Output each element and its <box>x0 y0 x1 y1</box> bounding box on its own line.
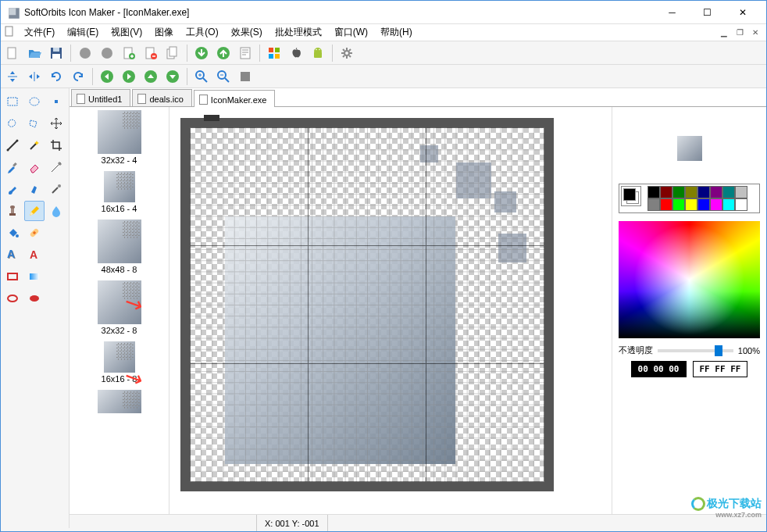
ellipse-tool[interactable] <box>2 288 23 309</box>
swatch[interactable] <box>660 186 672 198</box>
flip-v-icon[interactable] <box>2 66 23 87</box>
save-icon[interactable] <box>46 43 66 63</box>
tab-untitled[interactable]: Untitled1 <box>71 89 130 106</box>
wand-tool[interactable] <box>24 135 45 155</box>
hex-dark[interactable]: 00 00 00 <box>631 361 687 377</box>
menu-effects[interactable]: 效果(S) <box>225 24 269 41</box>
menu-view[interactable]: 视图(V) <box>105 24 148 41</box>
page-text-icon[interactable] <box>235 43 255 63</box>
nav-right-icon[interactable] <box>119 66 139 87</box>
menu-image[interactable]: 图像 <box>148 24 180 41</box>
swatch[interactable] <box>672 186 685 198</box>
new-icon[interactable] <box>2 43 23 63</box>
list-item[interactable] <box>73 390 166 413</box>
pixel-canvas[interactable] <box>190 127 544 482</box>
mdi-minimize[interactable]: ▁ <box>718 27 730 39</box>
circle-gray2-icon[interactable] <box>97 43 117 63</box>
zoom-in-icon[interactable] <box>191 66 212 87</box>
menu-batch[interactable]: 批处理模式 <box>269 24 328 41</box>
eraser-tool[interactable] <box>24 157 45 177</box>
opacity-slider[interactable] <box>658 349 733 352</box>
list-item[interactable]: 16x16 - 4 <box>73 171 166 213</box>
flip-h-icon[interactable] <box>24 66 45 87</box>
settings-icon[interactable] <box>337 43 357 63</box>
zoom-out-icon[interactable] <box>213 66 234 87</box>
swatch[interactable] <box>710 198 722 211</box>
brush-tool[interactable] <box>2 179 23 199</box>
poly-lasso-tool[interactable] <box>24 113 45 134</box>
open-icon[interactable] <box>24 43 45 63</box>
swatch[interactable] <box>697 186 710 198</box>
swatch[interactable] <box>672 198 685 211</box>
android-icon[interactable] <box>308 43 328 63</box>
nav-up-icon[interactable] <box>141 66 161 87</box>
swatch[interactable] <box>735 198 747 211</box>
clone-tool[interactable] <box>46 179 66 199</box>
rotate-ccw-icon[interactable] <box>46 66 66 87</box>
smudge-tool[interactable] <box>24 179 45 199</box>
swatch[interactable] <box>735 186 747 198</box>
menu-tools[interactable]: 工具(O) <box>180 24 224 41</box>
swatch[interactable] <box>685 198 697 211</box>
nav-left-icon[interactable] <box>97 66 117 87</box>
knife-tool[interactable] <box>46 157 66 177</box>
lasso-tool[interactable] <box>2 113 23 134</box>
select-pixel-tool[interactable] <box>46 91 66 112</box>
select-rect-tool[interactable] <box>2 91 23 112</box>
close-button[interactable]: ✕ <box>725 1 760 23</box>
add-page-icon[interactable] <box>119 43 139 63</box>
fgbg-swatch[interactable] <box>621 186 641 206</box>
windows-icon[interactable] <box>264 43 284 63</box>
icon-size-list[interactable]: 32x32 - 4 16x16 - 4 48x48 - 8 32x32 - 8 … <box>70 107 169 528</box>
blur-tool[interactable] <box>46 201 66 221</box>
swatch[interactable] <box>722 186 735 198</box>
hex-light[interactable]: FF FF FF <box>693 361 748 377</box>
gradient-tool[interactable] <box>24 266 45 287</box>
list-item[interactable]: 16x16 - 8 <box>73 341 166 384</box>
color-picker[interactable] <box>619 221 760 338</box>
pencil-tool[interactable] <box>24 201 45 221</box>
circle-gray-icon[interactable] <box>75 43 95 63</box>
swatch[interactable] <box>647 198 660 211</box>
swatch[interactable] <box>685 186 697 198</box>
list-item[interactable]: 32x32 - 4 <box>73 110 166 165</box>
dup-page-icon[interactable] <box>162 43 183 63</box>
move-tool[interactable] <box>46 113 66 134</box>
list-item[interactable]: 48x48 - 8 <box>73 220 166 274</box>
tab-deals[interactable]: deals.ico <box>132 89 191 106</box>
mdi-restore[interactable]: ❐ <box>733 27 746 39</box>
menu-file[interactable]: 文件(F) <box>18 24 61 41</box>
maximize-button[interactable]: ☐ <box>690 1 725 23</box>
stamp-tool[interactable] <box>2 201 23 221</box>
import-up-icon[interactable] <box>213 43 234 63</box>
swatch[interactable] <box>697 198 710 211</box>
swatch[interactable] <box>647 186 660 198</box>
menu-help[interactable]: 帮助(H) <box>374 24 419 41</box>
rect-tool[interactable] <box>2 266 23 287</box>
line-tool[interactable] <box>2 135 23 155</box>
dropper-tool[interactable] <box>2 157 23 177</box>
swatch[interactable] <box>722 198 735 211</box>
text-tool[interactable]: A <box>24 245 45 265</box>
apple-icon[interactable] <box>286 43 306 63</box>
text-shadow-tool[interactable]: AA <box>2 245 23 265</box>
crop-tool[interactable] <box>46 135 66 155</box>
swatch[interactable] <box>660 198 672 211</box>
del-page-icon[interactable] <box>141 43 161 63</box>
select-ellipse-tool[interactable] <box>24 91 45 112</box>
mdi-close[interactable]: ✕ <box>749 27 762 39</box>
list-item[interactable]: 32x32 - 8 <box>73 280 166 335</box>
export-down-icon[interactable] <box>191 43 212 63</box>
bucket-tool[interactable] <box>2 223 23 243</box>
zoom-actual-icon[interactable] <box>235 66 255 87</box>
minimize-button[interactable]: ─ <box>655 1 690 23</box>
menu-edit[interactable]: 编辑(E) <box>61 24 105 41</box>
nav-down-icon[interactable] <box>162 66 183 87</box>
menu-window[interactable]: 窗口(W) <box>328 24 374 41</box>
ellipse-fill-tool[interactable] <box>24 288 45 309</box>
swatch[interactable] <box>710 186 722 198</box>
rotate-cw-icon[interactable] <box>68 66 88 87</box>
slider-thumb[interactable] <box>715 345 722 356</box>
tab-iconmaker[interactable]: IconMaker.exe <box>194 90 276 107</box>
heal-tool[interactable] <box>24 223 45 243</box>
